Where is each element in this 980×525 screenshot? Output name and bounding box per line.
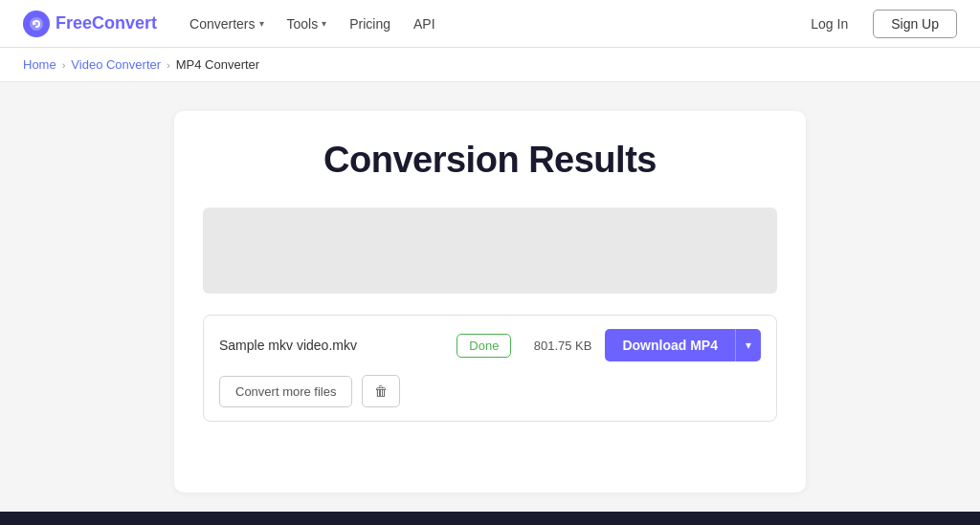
- main-nav: Converters ▾ Tools ▾ Pricing API: [180, 11, 445, 37]
- trash-icon: 🗑: [374, 383, 388, 399]
- breadcrumb-mp4-converter: MP4 Converter: [176, 57, 259, 72]
- file-result-container: Sample mkv video.mkv Done 801.75 KB Down…: [203, 315, 777, 422]
- status-badge: Done: [457, 334, 511, 358]
- actions-row: Convert more files 🗑: [219, 375, 761, 407]
- chevron-down-icon: ▾: [746, 339, 751, 352]
- logo-icon: [23, 11, 50, 37]
- file-name: Sample mkv video.mkv: [219, 338, 443, 353]
- nav-converters[interactable]: Converters ▾: [180, 11, 273, 37]
- footer-banner: www.chegoone.info چگونه | راهی برای انجا…: [0, 512, 980, 525]
- login-button[interactable]: Log In: [797, 11, 861, 37]
- breadcrumb-sep-2: ›: [167, 59, 170, 71]
- download-button[interactable]: Download MP4: [605, 329, 735, 361]
- logo[interactable]: FreeConvert: [23, 11, 157, 37]
- signup-button[interactable]: Sign Up: [873, 10, 957, 38]
- breadcrumb: Home › Video Converter › MP4 Converter: [0, 48, 980, 82]
- tools-chevron-icon: ▾: [322, 18, 326, 29]
- logo-text: FreeConvert: [56, 13, 157, 33]
- convert-more-button[interactable]: Convert more files: [219, 376, 352, 407]
- nav-tools[interactable]: Tools ▾: [278, 11, 337, 37]
- breadcrumb-home[interactable]: Home: [23, 57, 56, 72]
- converters-chevron-icon: ▾: [259, 18, 264, 29]
- breadcrumb-video-converter[interactable]: Video Converter: [71, 57, 161, 72]
- download-group: Download MP4 ▾: [605, 329, 761, 361]
- content-card: Conversion Results Sample mkv video.mkv …: [174, 111, 806, 492]
- main-content: Conversion Results Sample mkv video.mkv …: [0, 82, 980, 512]
- svg-point-0: [30, 17, 43, 31]
- header-right: Log In Sign Up: [797, 10, 957, 38]
- delete-button[interactable]: 🗑: [362, 375, 400, 407]
- nav-api[interactable]: API: [404, 11, 445, 37]
- nav-pricing[interactable]: Pricing: [340, 11, 400, 37]
- file-size: 801.75 KB: [524, 339, 591, 353]
- download-dropdown-button[interactable]: ▾: [735, 329, 761, 361]
- header: FreeConvert Converters ▾ Tools ▾ Pricing…: [0, 0, 980, 48]
- breadcrumb-sep-1: ›: [62, 59, 66, 71]
- header-left: FreeConvert Converters ▾ Tools ▾ Pricing…: [23, 11, 445, 37]
- file-row: Sample mkv video.mkv Done 801.75 KB Down…: [219, 329, 761, 361]
- ad-banner: [203, 208, 777, 294]
- page-title: Conversion Results: [203, 140, 777, 181]
